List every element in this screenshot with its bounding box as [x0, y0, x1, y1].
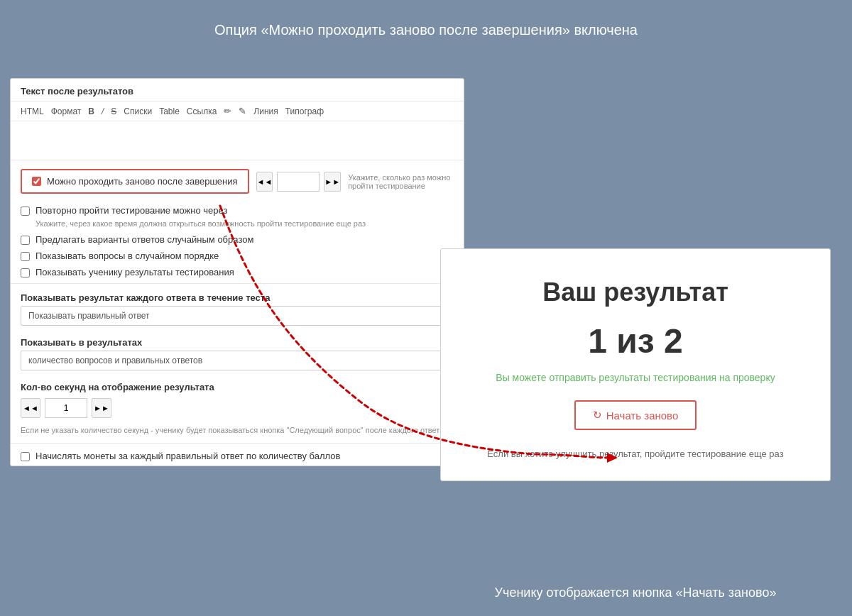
option-random-answers-label: Предлагать варианты ответов случайным об…: [36, 234, 253, 245]
seconds-input[interactable]: [45, 398, 87, 418]
repeat-hint: Укажите, сколько раз можно пройти тестир…: [348, 173, 454, 190]
option-repeat-hint: Укажите, через какое время должна открыт…: [11, 219, 464, 231]
stepper-row: ◄◄ ►►: [11, 395, 464, 424]
toolbar-typograph[interactable]: Типограф: [285, 106, 324, 116]
toolbar-lists[interactable]: Списки: [124, 106, 152, 116]
repeat-increment[interactable]: ►►: [324, 172, 341, 192]
option-random-questions-checkbox[interactable]: [21, 252, 30, 261]
toolbar-italic[interactable]: /: [102, 106, 104, 116]
toolbar-html[interactable]: HTML: [21, 106, 44, 116]
option-random-questions-label: Показывать вопросы в случайном порядке: [36, 251, 219, 261]
right-panel: Ваш результат 1 из 2 Вы можете отправить…: [440, 248, 831, 481]
repeat-controls: ◄◄ ►► Укажите, сколько раз можно пройти …: [256, 172, 454, 192]
option-random-answers-checkbox[interactable]: [21, 236, 30, 245]
result-score: 1 из 2: [462, 321, 809, 361]
bottom-caption: Ученику отображается кнопка «Начать зано…: [440, 584, 831, 602]
panel-header-text: Текст после результатов: [21, 86, 133, 97]
section-show-result-during: Показывать результат каждого ответа в те…: [11, 287, 464, 306]
page-title: Опция «Можно проходить заново после заве…: [0, 0, 852, 51]
section-show-in-results: Показывать в результатах: [11, 331, 464, 351]
toolbar-bold[interactable]: B: [88, 106, 94, 116]
result-title: Ваш результат: [462, 277, 809, 307]
panel-header: Текст после результатов: [11, 79, 464, 101]
option-show-results-row: Показывать ученику результаты тестирован…: [11, 264, 464, 280]
main-checkbox-label: Можно проходить заново после завершения: [47, 176, 238, 187]
restart-button-label: Начать заново: [606, 409, 679, 422]
seconds-increment[interactable]: ►►: [92, 398, 111, 418]
pencil2-icon[interactable]: ✎: [239, 106, 246, 116]
seconds-decrement[interactable]: ◄◄: [21, 398, 40, 418]
pencil1-icon[interactable]: ✏: [224, 106, 231, 116]
toolbar-line[interactable]: Линия: [253, 106, 278, 116]
option-repeat-checkbox[interactable]: [21, 207, 30, 216]
toolbar-table[interactable]: Table: [159, 106, 180, 116]
toolbar-link[interactable]: Ссылка: [187, 106, 217, 116]
option-random-questions-row: Показывать вопросы в случайном порядке: [11, 248, 464, 264]
footer-hint: Если не указать количество секунд - учен…: [11, 424, 464, 440]
main-checkbox-row[interactable]: Можно проходить заново после завершения: [21, 169, 249, 194]
editor-area[interactable]: [11, 121, 464, 160]
dropdown-show-correct[interactable]: Показывать правильный ответ: [21, 306, 454, 326]
option-show-results-checkbox[interactable]: [21, 268, 30, 277]
divider-2: [11, 443, 464, 444]
option-show-results-label: Показывать ученику результаты тестирован…: [36, 267, 234, 277]
option-coins-label: Начислять монеты за каждый правильный от…: [36, 451, 340, 461]
section-seconds: Кол-во секунд на отображение результата: [11, 376, 464, 395]
result-hint: Вы можете отправить результаты тестирова…: [462, 372, 809, 383]
divider-1: [11, 283, 464, 284]
dropdown-show-correct-value: Показывать правильный ответ: [21, 307, 453, 325]
dropdown-show-count-value: количество вопросов и правильных ответов: [21, 351, 453, 370]
repeat-decrement[interactable]: ◄◄: [256, 172, 273, 192]
restart-button[interactable]: ↻ Начать заново: [574, 400, 697, 430]
main-checkbox[interactable]: [32, 177, 41, 186]
toolbar-strikethrough[interactable]: S: [111, 106, 116, 116]
dropdown-show-count[interactable]: количество вопросов и правильных ответов: [21, 351, 454, 370]
option-random-answers-row: Предлагать варианты ответов случайным об…: [11, 231, 464, 248]
option-repeat-row: Повторно пройти тестирование можно через: [11, 202, 464, 219]
restart-hint: Если вы хотите улучшить результат, пройд…: [462, 449, 809, 459]
option-coins-row: Начислять монеты за каждый правильный от…: [11, 446, 464, 466]
toolbar-format[interactable]: Формат: [51, 106, 82, 116]
left-panel: Текст после результатов HTML Формат B / …: [10, 78, 464, 466]
option-repeat-label: Повторно пройти тестирование можно через: [36, 205, 227, 216]
refresh-icon: ↻: [593, 409, 602, 422]
repeat-input[interactable]: [277, 172, 320, 192]
toolbar: HTML Формат B / S Списки Table Ссылка ✏ …: [11, 101, 464, 121]
option-coins-checkbox[interactable]: [21, 452, 30, 461]
